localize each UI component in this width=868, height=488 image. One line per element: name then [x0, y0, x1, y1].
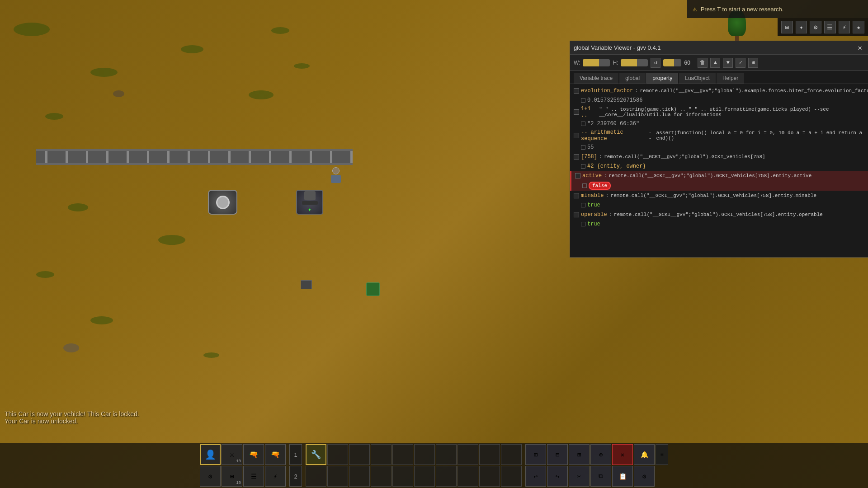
toolbar-research-icon[interactable]: ✦	[796, 21, 807, 33]
toolbar-kills-icon[interactable]: ★	[853, 21, 864, 33]
tab-property[interactable]: property	[646, 73, 678, 84]
action-icon-3: ☰	[251, 473, 257, 480]
grass-patch	[14, 23, 50, 36]
action-slot-3[interactable]: ☰	[243, 466, 264, 487]
hotbar-row-2: ⚙ ⊞ 10 ☰ ⚡	[200, 466, 286, 487]
vv-square	[581, 145, 585, 150]
cut-button[interactable]: ✂	[569, 466, 590, 487]
empty-slot-r2-7[interactable]	[436, 466, 457, 487]
right-action-buttons: ⊡ ⊟ ⊞ ⊕ ✕ 🔔 ≡ ↩	[525, 444, 668, 487]
weapon-slot-1[interactable]: ⚔ 10	[222, 444, 242, 465]
tool-slot-active[interactable]: 🔧	[306, 444, 326, 465]
vv-value-text: true	[587, 202, 600, 208]
empty-slot-r2-6[interactable]	[414, 466, 435, 487]
vv-value-text: 0.015732592671586	[587, 97, 642, 103]
empty-slot-3[interactable]	[371, 444, 392, 465]
empty-slot-5[interactable]	[414, 444, 435, 465]
vv-checkbox[interactable]	[574, 133, 579, 138]
grass-patch	[68, 203, 88, 211]
empty-slot-r2-4[interactable]	[371, 466, 392, 487]
empty-slot-2[interactable]	[349, 444, 370, 465]
grid-button[interactable]: ⊕	[590, 444, 611, 465]
vv-check-button[interactable]: ✓	[736, 58, 745, 68]
vv-refresh-button[interactable]: ↺	[651, 58, 660, 68]
tab-luaobject[interactable]: LuaObject	[679, 73, 716, 84]
tab-global[interactable]: global	[619, 73, 646, 84]
empty-slot-8[interactable]	[479, 444, 500, 465]
vehicle-entity[interactable]	[208, 190, 240, 217]
empty-slot-r2-3[interactable]	[349, 466, 370, 487]
toolbar-electric-icon[interactable]: ⚡	[839, 21, 850, 33]
crafting-button[interactable]: ⊡	[525, 444, 546, 465]
vv-down-button[interactable]: ▼	[723, 58, 733, 68]
vv-checkbox[interactable]	[575, 173, 580, 178]
vv-extra-slider[interactable]	[663, 59, 681, 66]
empty-slot-6[interactable]	[436, 444, 457, 465]
vv-delete-button[interactable]: 🗑	[698, 58, 708, 68]
bell-button[interactable]: 🔔	[634, 444, 655, 465]
action-slot-2[interactable]: ⊞ 10	[222, 466, 242, 487]
empty-slot-7[interactable]	[458, 444, 478, 465]
bell-icon: 🔔	[641, 451, 648, 459]
delete-button[interactable]: ✕	[612, 444, 633, 465]
copy-icon: ⧉	[599, 473, 603, 480]
vv-entry-minable[interactable]: minable : remote.call("__GCKI__gvv";"glo…	[570, 191, 868, 201]
empty-slot-4[interactable]	[392, 444, 413, 465]
tab-helper[interactable]: Helper	[717, 73, 744, 84]
expand-button[interactable]: ≡	[656, 444, 668, 465]
undo-button[interactable]: ↩	[525, 466, 546, 487]
weapon-slot-3[interactable]: 🔫	[265, 444, 286, 465]
toolbar-logistics-icon[interactable]: ☰	[824, 21, 836, 33]
vv-checkbox[interactable]	[574, 88, 579, 94]
blueprint-button[interactable]: ⊞	[569, 444, 590, 465]
empty-slot-r2-5[interactable]	[392, 466, 413, 487]
vv-checkbox[interactable]	[574, 193, 579, 198]
filter-button[interactable]: ⚙	[634, 466, 655, 487]
tab-variable-trace[interactable]: Variable trace	[574, 73, 618, 84]
vv-entry-concat[interactable]: 1+1 .. " " .. tostring(game.tick) .. " "…	[570, 105, 868, 119]
vv-entry-active[interactable]: active : remote.call("__GCKI__gvv";"glob…	[570, 171, 868, 181]
vv-close-button[interactable]: ✕	[855, 43, 864, 52]
vv-h-slider[interactable]	[621, 59, 648, 66]
character-slot[interactable]: 👤	[200, 444, 221, 465]
copy-button[interactable]: ⧉	[590, 466, 611, 487]
toolbar-production-icon[interactable]: ⚙	[810, 21, 821, 33]
robot-entity[interactable]: ✦	[296, 190, 326, 217]
weapon-slot-2[interactable]: 🔫	[243, 444, 264, 465]
vv-separator: :	[605, 192, 609, 199]
vv-key: operable	[581, 211, 607, 218]
toolbar-map-icon[interactable]: ⊞	[781, 21, 793, 33]
empty-slot-r2-1[interactable]	[306, 466, 326, 487]
vv-w-slider[interactable]	[583, 59, 610, 66]
redo-button[interactable]: ↪	[547, 466, 568, 487]
empty-slot-r2-10[interactable]	[501, 466, 522, 487]
paste-button[interactable]: 📋	[612, 466, 633, 487]
grass-patch	[181, 45, 203, 53]
vv-checkbox[interactable]	[574, 109, 579, 115]
vv-checkbox[interactable]	[574, 154, 579, 160]
action-slot-1[interactable]: ⚙	[200, 466, 221, 487]
inventory-button[interactable]: ⊟	[547, 444, 568, 465]
empty-slot-9[interactable]	[501, 444, 522, 465]
vv-checkbox[interactable]	[574, 212, 579, 217]
grass-patch	[90, 316, 113, 324]
empty-slot-r2-8[interactable]	[458, 466, 478, 487]
grass-patch	[203, 352, 219, 358]
action-slot-4[interactable]: ⚡	[265, 466, 286, 487]
vv-title: global Variable Viewer - gvv 0.4.1	[574, 44, 660, 51]
vv-expand-button[interactable]: ⊞	[748, 58, 758, 68]
vv-entry-arithmetic[interactable]: -- arithmetic sequence -- assert(functio…	[570, 128, 868, 143]
vv-entry-758[interactable]: [758] : remote.call("__GCKI__gvv";"globa…	[570, 152, 868, 162]
hotbar-row-1: 👤 ⚔ 10 🔫 🔫	[200, 444, 286, 465]
vv-up-button[interactable]: ▲	[710, 58, 720, 68]
empty-slot-r2-2[interactable]	[327, 466, 348, 487]
vv-entry-operable[interactable]: operable : remote.call("__GCKI__gvv";"gl…	[570, 210, 868, 220]
vv-entry-evolution-factor[interactable]: evolution_factor : remote.call("__gvv__g…	[570, 86, 868, 96]
vv-separator: :	[599, 154, 602, 160]
action-icon-4: ⚡	[274, 473, 277, 480]
inventory-icon: ⊟	[556, 451, 559, 459]
empty-slot-r2-9[interactable]	[479, 466, 500, 487]
vv-content[interactable]: evolution_factor : remote.call("__gvv__g…	[570, 84, 868, 257]
filter-icon: ⚙	[642, 473, 646, 480]
empty-slot-1[interactable]	[327, 444, 348, 465]
